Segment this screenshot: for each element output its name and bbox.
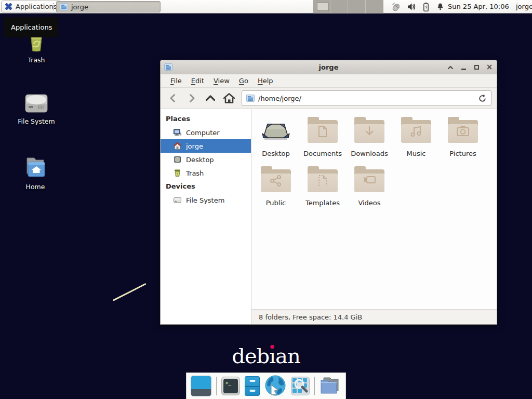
window-controls: × <box>446 60 494 74</box>
file-item-downloads[interactable]: Downloads <box>346 114 393 163</box>
workspace-window-thumb <box>317 3 329 11</box>
file-item-desktop[interactable]: Desktop <box>252 114 299 163</box>
desktop-icon-label: Trash <box>10 56 62 64</box>
maximize-button[interactable] <box>472 63 481 72</box>
notifications-bell-icon[interactable] <box>436 2 445 11</box>
menu-view[interactable]: View <box>209 75 234 86</box>
file-label: Templates <box>299 199 346 207</box>
sidebar: Places Computer <box>161 109 251 324</box>
up-button[interactable] <box>201 90 220 106</box>
file-manager-window: jorge × File Edit View Go Help <box>160 60 497 325</box>
system-tray <box>389 0 445 14</box>
toolbar: /home/jorge/ <box>161 88 497 109</box>
statusbar: 8 folders, Free space: 14.4 GiB <box>251 309 497 324</box>
home-folder-icon <box>9 154 61 180</box>
public-folder-icon <box>261 169 291 192</box>
file-item-pictures[interactable]: Pictures <box>440 114 486 163</box>
file-item-templates[interactable]: Templates <box>299 163 346 212</box>
location-path[interactable]: /home/jorge/ <box>258 95 474 102</box>
file-label: Pictures <box>440 150 486 157</box>
menubar: File Edit View Go Help <box>161 74 497 88</box>
volume-icon[interactable] <box>407 2 416 11</box>
desktop-icon-file-system[interactable]: File System <box>10 88 62 125</box>
harddrive-icon <box>173 196 182 204</box>
sidebar-item-desktop[interactable]: Desktop <box>161 153 251 166</box>
shade-button[interactable] <box>446 63 455 72</box>
file-manager-icon[interactable] <box>245 376 260 396</box>
file-item-documents[interactable]: Documents <box>299 114 346 163</box>
mouse-device-icon[interactable] <box>391 2 401 12</box>
file-item-music[interactable]: Music <box>393 114 440 163</box>
file-label: Documents <box>299 150 346 157</box>
sidebar-item-computer[interactable]: Computer <box>161 126 251 139</box>
file-label: Music <box>393 150 440 157</box>
minimize-button[interactable] <box>459 63 468 72</box>
terminal-icon[interactable]: >_ <box>221 377 240 395</box>
home-button[interactable] <box>220 90 238 106</box>
dock: >_ <box>186 373 346 399</box>
battery-icon[interactable] <box>422 2 430 12</box>
sidebar-item-trash[interactable]: Trash <box>161 166 251 180</box>
panel-username[interactable]: jorge <box>516 0 532 14</box>
harddrive-icon <box>10 88 62 114</box>
folder-icon <box>246 95 255 102</box>
folder-window-icon[interactable] <box>320 376 340 396</box>
applications-menu-label: Applications <box>16 3 57 10</box>
taskbar-window-button[interactable]: jorge <box>56 1 161 12</box>
sidebar-item-jorge[interactable]: jorge <box>161 139 251 153</box>
workspace-switcher <box>313 0 383 14</box>
workspace-3[interactable] <box>348 0 366 14</box>
forward-button[interactable] <box>182 90 201 106</box>
desktop-special-icon <box>261 119 290 145</box>
documents-folder-icon <box>308 120 338 143</box>
applications-tooltip: Applications <box>4 17 58 37</box>
close-button[interactable]: × <box>485 63 494 72</box>
workspace-4[interactable] <box>366 0 383 14</box>
sidebar-item-file-system[interactable]: File System <box>161 193 251 207</box>
downloads-folder-icon <box>354 120 384 143</box>
reload-button[interactable] <box>478 94 487 103</box>
folder-icon <box>60 3 68 10</box>
menu-help[interactable]: Help <box>253 75 278 86</box>
application-finder-icon[interactable] <box>291 377 310 395</box>
panel-clock[interactable]: Sun 25 Apr, 10:06 <box>448 0 509 14</box>
sidebar-item-label: Desktop <box>186 156 214 164</box>
back-button[interactable] <box>164 90 182 106</box>
top-panel: Applications jorge <box>0 0 532 14</box>
file-item-public[interactable]: Public <box>252 163 299 212</box>
stray-line-artifact <box>113 283 147 301</box>
statusbar-text: 8 folders, Free space: 14.4 GiB <box>259 313 362 321</box>
applications-menu-button[interactable]: Applications <box>1 1 61 12</box>
templates-folder-icon <box>308 169 338 192</box>
desktop-icon <box>173 155 182 164</box>
menu-edit[interactable]: Edit <box>187 75 209 86</box>
desktop: Applications jorge <box>0 0 532 399</box>
file-item-videos[interactable]: Videos <box>346 163 393 212</box>
show-desktop-icon[interactable] <box>191 376 211 396</box>
file-view[interactable]: Desktop Documents <box>251 109 497 324</box>
sidebar-item-label: Computer <box>186 129 220 137</box>
web-browser-icon[interactable] <box>264 375 286 398</box>
sidebar-header-places: Places <box>161 112 251 126</box>
file-label: Public <box>252 199 299 207</box>
sidebar-item-label: jorge <box>186 142 203 150</box>
panel-handle <box>53 3 55 10</box>
computer-icon <box>173 128 182 137</box>
desktop-icon-home[interactable]: Home <box>9 154 61 191</box>
sidebar-header-devices: Devices <box>161 180 251 193</box>
music-folder-icon <box>401 120 431 143</box>
debian-logo: debıan <box>0 344 532 368</box>
menu-go[interactable]: Go <box>234 75 253 86</box>
file-grid: Desktop Documents <box>252 114 487 212</box>
file-label: Desktop <box>252 150 299 157</box>
desktop-icon-label: Home <box>9 183 61 191</box>
workspace-2[interactable] <box>330 0 348 14</box>
workspace-1[interactable] <box>313 0 330 14</box>
location-bar[interactable]: /home/jorge/ <box>242 90 491 106</box>
desktop-icon-label: File System <box>10 117 62 125</box>
file-label: Videos <box>346 199 393 207</box>
sidebar-item-label: File System <box>186 196 224 204</box>
menu-file[interactable]: File <box>166 75 187 86</box>
pictures-folder-icon <box>448 120 478 143</box>
window-titlebar[interactable]: jorge × <box>161 60 497 74</box>
